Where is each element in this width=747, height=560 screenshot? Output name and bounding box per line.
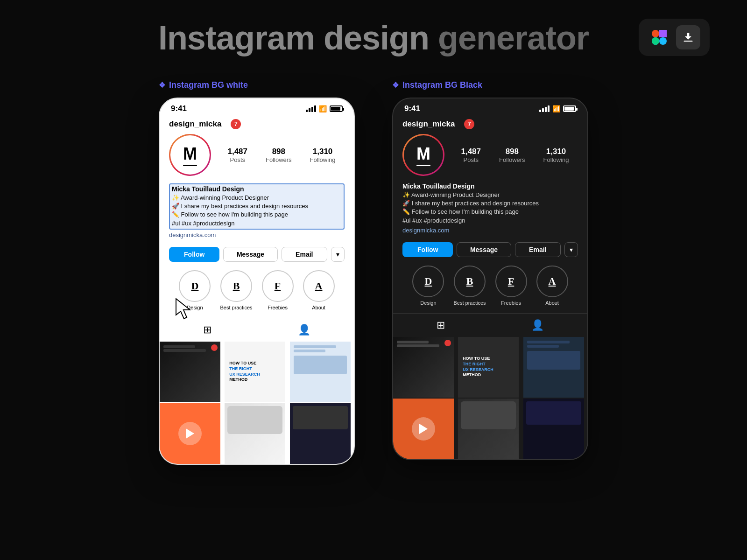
black-tab-grid[interactable]: ⊞ <box>437 319 445 331</box>
black-post-ux-title: HOW TO USE <box>463 356 514 362</box>
white-bio-line-1: ✨ Award-winning Product Designer <box>172 194 342 202</box>
download-icon <box>682 31 695 44</box>
header-action-buttons <box>639 19 710 56</box>
black-section-label: Instagram BG Black <box>392 80 482 90</box>
svg-rect-5 <box>659 30 667 37</box>
white-post-2: HOW TO USE THE RIGHT UX RESEARCH METHOD <box>225 342 285 402</box>
post-badge-1 <box>211 344 218 351</box>
white-bio-link: designmicka.com <box>169 231 345 238</box>
title-part2: generator <box>438 19 589 56</box>
black-post-2: HOW TO USE THE RIGHT UX RESEARCH METHOD <box>458 337 519 398</box>
signal-bar-1 <box>306 110 308 112</box>
black-message-button[interactable]: Message <box>457 242 511 257</box>
black-highlight-circle-f: F <box>495 266 527 297</box>
battery-dark <box>563 105 576 112</box>
signal-bar-4 <box>314 105 316 112</box>
white-phone-section: Instagram BG white 9:41 📶 <box>159 80 355 465</box>
black-highlight-freebies[interactable]: F Freebies <box>495 266 527 306</box>
black-avatar-letter: M <box>416 144 430 164</box>
black-action-buttons: Follow Message Email ▾ <box>393 238 587 261</box>
white-following-label: Following <box>310 156 336 163</box>
white-bio-line-2: 🚀 I share my best practices and design r… <box>172 202 342 210</box>
white-stat-following: 1,310 Following <box>310 147 336 163</box>
white-bio-hashtags: #ui #ux #productdesign <box>172 219 342 228</box>
black-posts-grid: HOW TO USE THE RIGHT UX RESEARCH METHOD <box>393 337 587 459</box>
white-follow-button[interactable]: Follow <box>169 247 219 262</box>
black-notif-badge: 7 <box>464 119 474 129</box>
white-dropdown-button[interactable]: ▾ <box>331 247 345 262</box>
white-followers-count: 898 <box>266 147 292 156</box>
white-highlight-bestpractices[interactable]: B Best practices <box>220 270 252 310</box>
white-posts-label: Posts <box>227 156 247 163</box>
white-notif-badge: 7 <box>231 119 241 129</box>
white-username: design_micka <box>169 119 221 129</box>
white-highlight-circle-bp: B <box>220 270 252 302</box>
title-part1: Instagram design <box>158 19 438 56</box>
white-post-1 <box>160 342 220 402</box>
white-message-button[interactable]: Message <box>223 247 277 262</box>
black-status-time: 9:41 <box>404 104 420 113</box>
black-dropdown-button[interactable]: ▾ <box>564 242 578 257</box>
page-header: Instagram design generator <box>0 0 747 71</box>
white-avatar-content: M <box>183 144 197 166</box>
white-label-text: Instagram BG white <box>169 80 248 90</box>
white-post-ux-title: HOW TO USE <box>229 361 281 366</box>
black-stat-followers: 898 Followers <box>499 147 525 163</box>
svg-rect-0 <box>652 30 659 37</box>
white-highlight-about[interactable]: A About <box>303 270 335 310</box>
white-post-4 <box>160 403 220 464</box>
white-highlight-label-bp: Best practices <box>220 305 252 310</box>
white-following-count: 1,310 <box>310 147 336 156</box>
page-title: Instagram design generator <box>158 19 589 57</box>
white-tab-grid[interactable]: ⊞ <box>203 324 211 336</box>
black-following-count: 1,310 <box>543 147 569 156</box>
white-status-icons: 📶 <box>306 105 343 112</box>
white-highlight-content-design: D <box>191 280 199 292</box>
black-highlight-about[interactable]: A About <box>536 266 568 306</box>
black-phone-mockup: 9:41 📶 design_micka 7 <box>392 98 588 460</box>
black-avatar-content: M <box>416 144 430 166</box>
black-highlight-circle-a: A <box>536 266 568 297</box>
black-post-4 <box>393 399 454 459</box>
black-bio-line-3: ✏️ Follow to see how I'm building this p… <box>402 208 578 216</box>
white-email-button[interactable]: Email <box>282 247 327 262</box>
white-avatar-underline <box>183 165 197 166</box>
white-post-3 <box>290 342 351 402</box>
figma-icon[interactable] <box>648 26 670 49</box>
black-bio-section: Micka Touillaud Design ✨ Award-winning P… <box>393 182 587 238</box>
black-highlight-bestpractices[interactable]: B Best practices <box>453 266 486 306</box>
wifi-icon-white: 📶 <box>319 105 327 112</box>
black-label-text: Instagram BG Black <box>402 80 482 90</box>
battery-fill-white <box>331 107 340 111</box>
black-highlights-row: D Design B Best practices F Freebies <box>393 261 587 310</box>
black-tab-tagged[interactable]: 👤 <box>531 319 544 331</box>
black-highlight-design[interactable]: D Design <box>412 266 444 306</box>
black-avatar-underline <box>416 165 430 166</box>
black-highlight-circle-design: D <box>412 266 444 297</box>
black-post-badge-1 <box>444 340 451 346</box>
black-email-button[interactable]: Email <box>515 242 561 257</box>
black-follow-button[interactable]: Follow <box>402 242 453 257</box>
white-bio-line-3: ✏️ Follow to see how I'm building this p… <box>172 210 342 219</box>
dark-signal-bar-4 <box>548 105 550 112</box>
black-status-bar: 9:41 📶 <box>393 98 587 116</box>
white-highlight-circle-design: D <box>179 270 211 302</box>
battery-white <box>330 105 343 112</box>
white-highlight-label-design: Design <box>187 305 203 310</box>
black-stats-group: 1,487 Posts 898 Followers 1,310 Followin… <box>452 147 578 163</box>
black-followers-label: Followers <box>499 156 525 163</box>
white-phone-mockup: 9:41 📶 design_micka 7 <box>159 98 355 465</box>
white-avatar-inner: M <box>170 135 210 175</box>
white-bio-section: Micka Touillaud Design ✨ Award-winning P… <box>160 182 354 243</box>
white-tab-tagged[interactable]: 👤 <box>298 324 310 336</box>
white-highlight-design[interactable]: D Design <box>179 270 211 310</box>
svg-rect-6 <box>684 41 693 42</box>
black-highlight-label-a: About <box>545 300 559 306</box>
download-button[interactable] <box>676 25 700 49</box>
white-highlight-freebies[interactable]: F Freebies <box>262 270 294 310</box>
signal-bars-dark <box>539 105 550 112</box>
white-bio-name: Micka Touillaud Design <box>172 185 342 193</box>
black-post-1 <box>393 337 454 398</box>
white-highlights-row: D Design B Best practices F Freebies <box>160 266 354 315</box>
black-bio-hashtags: #ui #ux #productdesign <box>402 217 578 225</box>
